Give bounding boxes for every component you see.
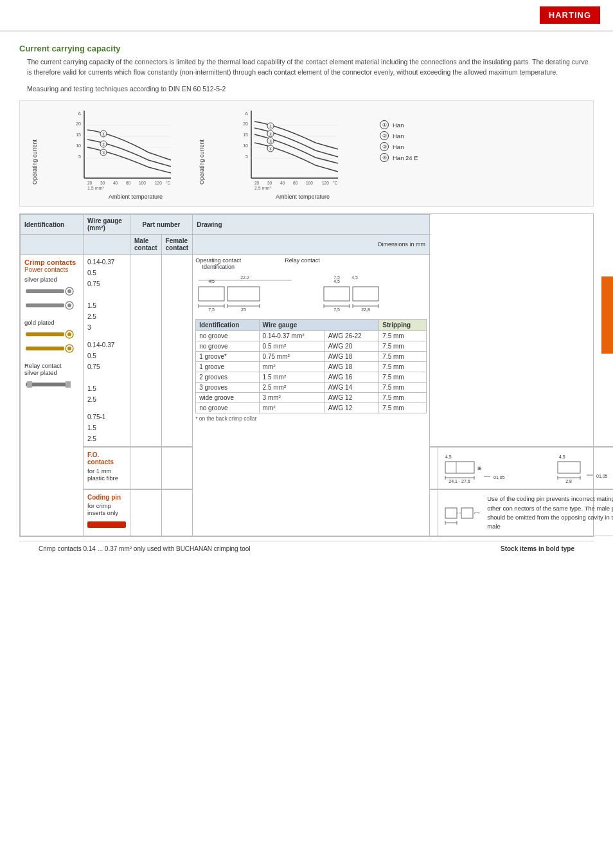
svg-text:4,5: 4,5 <box>351 275 358 280</box>
fo-female-cell <box>430 447 438 489</box>
op-contact-id: Identification <box>195 264 241 270</box>
wg-4a: mm² <box>259 362 324 372</box>
charts-area: Operating current A 20 15 10 5 <box>19 100 594 207</box>
th-identification: Identification <box>21 215 84 235</box>
wg-6b: AWG 14 <box>324 383 379 393</box>
chart2-x-label: Ambient temperature <box>264 194 341 200</box>
chart2: Operating current A 20 15 10 5 <box>200 107 341 200</box>
ident-7: wide groove <box>196 393 259 403</box>
dimension-drawing: 4,5 ⌀ 7,5 <box>195 274 427 314</box>
coding-sub-label: for crimp inserts only <box>87 502 126 516</box>
svg-text:120: 120 <box>155 181 162 185</box>
svg-text:22,8: 22,8 <box>361 307 370 312</box>
svg-text:4,5: 4,5 <box>333 279 340 284</box>
female-contact-silver-cell <box>161 255 193 448</box>
male-contact-silver-cell <box>130 255 162 448</box>
svg-rect-65 <box>27 381 32 388</box>
wg-2a: 0.5 mm² <box>259 341 324 352</box>
contact-svg-silver1 <box>24 285 79 297</box>
svg-text:①: ① <box>102 132 105 136</box>
svg-text:60: 60 <box>293 181 298 185</box>
legend-circle-2: ② <box>380 131 389 140</box>
svg-text:⊞: ⊞ <box>477 466 482 471</box>
th-wire-gauge: Wire gauge(mm²) <box>84 215 130 235</box>
th-stripping: Stripping <box>379 320 427 331</box>
svg-rect-95 <box>445 462 474 473</box>
svg-text:7,5: 7,5 <box>208 307 215 312</box>
header: HARTING <box>0 0 613 32</box>
th-dimensions: Dimensions in mm <box>193 235 430 255</box>
wg-8a: mm² <box>259 403 324 413</box>
gold-contact-img1 <box>24 329 79 341</box>
svg-text:5: 5 <box>245 154 248 159</box>
svg-rect-104 <box>558 462 580 473</box>
legend-circle-4: ④ <box>380 153 389 162</box>
crimp-contacts-label: Crimp contacts <box>24 258 79 266</box>
silver-contact-img2 <box>24 300 79 312</box>
stripping-row-4: 1 groove mm² AWG 18 7.5 mm <box>196 362 427 372</box>
svg-text:40: 40 <box>113 181 118 185</box>
strip-8: 7.5 mm <box>379 403 427 413</box>
wire-gauges-silver: 0.14-0.370.50.75 1.52.53 <box>87 257 126 333</box>
table-header-row: Identification Wire gauge(mm²) Part numb… <box>21 215 614 235</box>
fo-male-cell <box>161 447 193 489</box>
strip-1: 7.5 mm <box>379 331 427 341</box>
strip-5: 7.5 mm <box>379 372 427 383</box>
svg-text:③: ③ <box>102 150 105 155</box>
svg-text:②: ② <box>102 142 105 147</box>
svg-text:100: 100 <box>139 181 146 185</box>
section-title: Current carrying capacity <box>19 44 594 53</box>
svg-rect-112 <box>445 508 457 518</box>
svg-text:01,05: 01,05 <box>596 474 608 478</box>
wire-gauges-gold: 0.14-0.370.50.75 1.52.5 <box>87 339 126 405</box>
svg-rect-81 <box>324 287 350 301</box>
svg-text:A: A <box>78 111 81 116</box>
power-contacts-label: Power contacts <box>24 266 79 273</box>
ident-6: 3 grooves <box>196 383 259 393</box>
legend-item-1: ① Han <box>380 120 418 129</box>
stripping-header-row: Identification Wire gauge Stripping <box>196 320 427 331</box>
svg-rect-64 <box>26 383 71 386</box>
stripping-row-5: 2 grooves 1.5 mm² AWG 16 7.5 mm <box>196 372 427 383</box>
svg-text:4,5: 4,5 <box>559 455 565 459</box>
legend-text-2: Han <box>393 132 404 140</box>
wg-5b: AWG 16 <box>324 372 379 383</box>
svg-text:24: 24 <box>451 525 456 526</box>
th-drawing: Drawing <box>193 215 430 235</box>
svg-text:22.2: 22.2 <box>240 275 249 280</box>
fo-sub-label: for 1 mm plastic fibre <box>87 467 126 482</box>
svg-text:°C: °C <box>333 181 338 185</box>
svg-text:①: ① <box>269 124 272 129</box>
svg-text:20: 20 <box>243 122 248 126</box>
ident-3: 1 groove* <box>196 352 259 362</box>
legend-area: ① Han ② Han ③ Han ④ Han 24 E <box>380 120 418 164</box>
svg-text:20: 20 <box>76 122 81 126</box>
chart1: Operating current A 20 15 10 5 <box>33 107 174 200</box>
coding-pin-label: Coding pin <box>87 494 126 501</box>
svg-rect-87 <box>353 287 378 301</box>
fo-svg-right: 2,8 01,05 4,5 <box>551 452 613 484</box>
ident-5: 2 grooves <box>196 372 259 383</box>
main-table: Identification Wire gauge(mm²) Part numb… <box>20 214 613 536</box>
wg-3b: AWG 18 <box>324 352 379 362</box>
svg-text:20: 20 <box>87 181 93 185</box>
chart2-y-label: Operating current <box>199 114 205 185</box>
svg-text:2,8: 2,8 <box>565 479 572 484</box>
main-content: Current carrying capacity The current ca… <box>0 32 613 563</box>
svg-text:7,5: 7,5 <box>333 307 340 312</box>
wg-1b: AWG 26-22 <box>324 331 379 341</box>
gold-contact-img2 <box>24 343 79 356</box>
section-paragraph: The current carrying capacity of the con… <box>27 57 594 78</box>
coding-bar <box>87 521 126 528</box>
wire-gauges-relay: 0.75-11.52.5 <box>87 411 126 444</box>
legend-item-3: ③ Han <box>380 142 418 151</box>
coding-wire-cell <box>130 489 162 536</box>
table-subheader-row: Male contact Female contact Dimensions i… <box>21 235 614 255</box>
contact-svg-relay <box>24 379 79 390</box>
wg-6a: 2.5 mm² <box>259 383 324 393</box>
svg-rect-61 <box>26 347 64 350</box>
svg-text:2,5 mm²: 2,5 mm² <box>254 186 271 190</box>
harting-logo: HARTING <box>540 6 600 24</box>
wg-3a: 0.75 mm² <box>259 352 324 362</box>
svg-text:4,5: 4,5 <box>445 455 452 459</box>
